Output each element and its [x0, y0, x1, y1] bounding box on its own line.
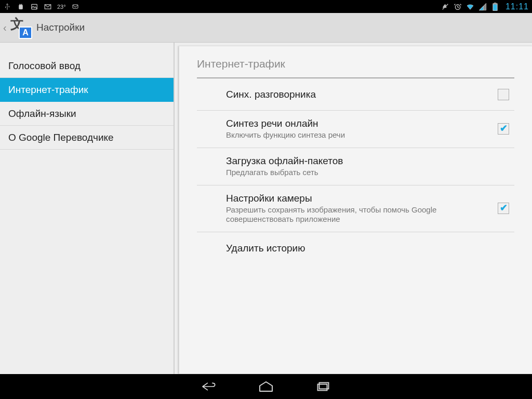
wifi-icon — [466, 3, 474, 11]
row-offline-packs[interactable]: Загрузка офлайн-пакетов Предлагать выбра… — [197, 148, 514, 185]
row-camera-settings[interactable]: Настройки камеры Разрешить сохранять изо… — [197, 185, 514, 233]
row-subtitle: Включить функцию синтеза речи — [226, 130, 489, 140]
svg-rect-2 — [73, 5, 78, 8]
clock: 11:11 — [506, 2, 529, 11]
row-online-tts[interactable]: Синтез речи онлайн Включить функцию синт… — [197, 111, 514, 148]
row-title: Синх. разговорника — [226, 89, 489, 100]
battery-icon — [491, 3, 499, 11]
message-icon — [71, 3, 79, 11]
sidebar-item-label: Интернет-трафик — [8, 84, 88, 96]
app-icon[interactable]: 文 A — [9, 16, 32, 39]
row-title: Загрузка офлайн-пакетов — [226, 155, 504, 167]
checkbox-sync-phrasebook[interactable] — [498, 89, 509, 100]
row-title: Настройки камеры — [226, 193, 489, 204]
svg-rect-0 — [19, 5, 23, 9]
checkbox-online-tts[interactable] — [498, 123, 509, 135]
row-sync-phrasebook[interactable]: Синх. разговорника — [197, 78, 514, 111]
row-title: Удалить историю — [226, 243, 504, 254]
section-title: Интернет-трафик — [197, 58, 514, 78]
status-left: 23° — [3, 3, 79, 11]
signal-icon — [478, 3, 487, 11]
checkbox-camera-settings[interactable] — [498, 203, 509, 214]
nav-recent-button[interactable] — [313, 379, 334, 394]
sidebar-item-label: Офлайн-языки — [8, 108, 76, 119]
panel-inner: Интернет-трафик Синх. разговорника Синте… — [179, 58, 532, 264]
gmail-icon — [44, 3, 52, 11]
sidebar: Голосовой ввод Интернет-трафик Офлайн-яз… — [0, 43, 175, 374]
alarm-icon — [454, 3, 462, 11]
status-bar: 23° 11:11 — [0, 0, 532, 13]
mute-icon — [441, 3, 449, 11]
sidebar-item-internet-traffic[interactable]: Интернет-трафик — [0, 78, 174, 102]
content-wrap: Интернет-трафик Синх. разговорника Синте… — [175, 43, 532, 374]
row-clear-history[interactable]: Удалить историю — [197, 232, 514, 264]
sidebar-item-about[interactable]: О Google Переводчике — [0, 126, 174, 150]
sidebar-item-voice-input[interactable]: Голосовой ввод — [0, 54, 174, 78]
status-right: 11:11 — [441, 2, 529, 11]
debug-icon — [17, 3, 25, 11]
sidebar-item-label: Голосовой ввод — [8, 60, 81, 72]
row-subtitle: Предлагать выбрать сеть — [226, 168, 504, 178]
body: Голосовой ввод Интернет-трафик Офлайн-яз… — [0, 43, 532, 374]
row-subtitle: Разрешить сохранять изображения, чтобы п… — [226, 205, 489, 225]
usb-icon — [3, 3, 11, 11]
nav-back-button[interactable] — [198, 379, 219, 394]
svg-rect-6 — [493, 4, 497, 10]
sidebar-gap — [0, 43, 174, 54]
nav-home-button[interactable] — [256, 379, 276, 394]
action-bar: ‹ 文 A Настройки — [0, 13, 532, 43]
settings-panel: Интернет-трафик Синх. разговорника Синте… — [179, 46, 532, 374]
row-title: Синтез речи онлайн — [226, 118, 489, 129]
sidebar-item-offline-languages[interactable]: Офлайн-языки — [0, 102, 174, 126]
image-icon — [30, 3, 38, 11]
sidebar-item-label: О Google Переводчике — [8, 132, 114, 143]
up-caret-icon[interactable]: ‹ — [3, 22, 8, 34]
action-bar-title: Настройки — [36, 22, 85, 33]
navigation-bar — [0, 374, 532, 399]
translate-a-icon: A — [19, 26, 32, 39]
svg-rect-7 — [494, 3, 496, 4]
temperature-indicator: 23° — [57, 4, 66, 10]
